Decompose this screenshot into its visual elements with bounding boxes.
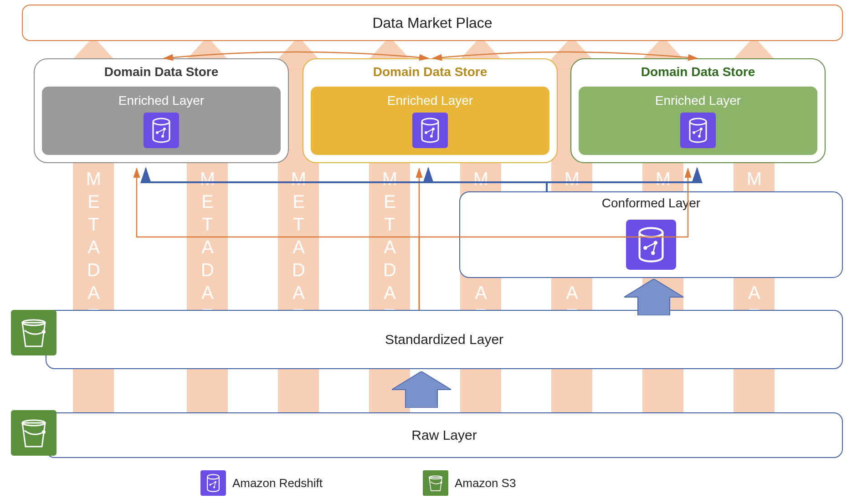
legend-item-redshift: Amazon Redshift <box>200 470 323 496</box>
standardized-layer-box: Standardized Layer <box>46 310 843 369</box>
data-marketplace-label: Data Market Place <box>372 15 492 31</box>
s3-bucket-icon <box>11 310 56 355</box>
s3-bucket-icon <box>423 470 448 496</box>
enriched-layer-1: Enriched Layer <box>42 87 281 155</box>
dds1-title: Domain Data Store <box>35 65 288 79</box>
redshift-icon <box>412 113 448 148</box>
redshift-icon <box>680 113 716 148</box>
svg-rect-20 <box>11 310 56 355</box>
enriched-label-3: Enriched Layer <box>655 93 741 108</box>
raw-layer-box: Raw Layer <box>46 412 843 458</box>
up-arrow-raw-to-standardized <box>392 371 451 408</box>
dds2-title: Domain Data Store <box>303 65 557 79</box>
legend: Amazon Redshift Amazon S3 <box>200 470 516 496</box>
conformed-redshift-wrap <box>626 220 676 272</box>
enriched-label-1: Enriched Layer <box>118 93 204 108</box>
s3-icon-raw <box>11 410 56 456</box>
data-marketplace-box: Data Market Place <box>22 5 843 41</box>
svg-marker-26 <box>392 371 451 408</box>
conformed-label: Conformed Layer <box>602 196 700 211</box>
up-arrow-standardized-to-conformed <box>624 279 683 315</box>
domain-data-store-3: Domain Data Store Enriched Layer <box>570 58 826 163</box>
domain-data-store-1: Domain Data Store Enriched Layer <box>34 58 289 163</box>
s3-icon-standardized <box>11 310 56 355</box>
s3-bucket-icon <box>11 410 56 456</box>
redshift-icon <box>144 113 179 148</box>
standardized-label: Standardized Layer <box>385 332 503 347</box>
enriched-label-2: Enriched Layer <box>387 93 473 108</box>
svg-point-22 <box>42 330 46 334</box>
svg-point-25 <box>42 430 46 434</box>
redshift-icon <box>200 470 226 496</box>
legend-s3-label: Amazon S3 <box>455 476 516 490</box>
svg-rect-33 <box>423 470 448 496</box>
conformed-layer-box: Conformed Layer <box>459 191 843 278</box>
enriched-layer-2: Enriched Layer <box>311 87 549 155</box>
legend-redshift-label: Amazon Redshift <box>232 476 323 490</box>
legend-item-s3: Amazon S3 <box>423 470 516 496</box>
dds3-title: Domain Data Store <box>571 65 825 79</box>
svg-point-35 <box>440 482 442 483</box>
enriched-layer-3: Enriched Layer <box>579 87 817 155</box>
domain-data-store-2: Domain Data Store Enriched Layer <box>303 58 558 163</box>
svg-rect-23 <box>11 410 56 456</box>
raw-label: Raw Layer <box>411 427 477 443</box>
redshift-icon <box>626 220 676 270</box>
svg-marker-27 <box>624 279 683 315</box>
